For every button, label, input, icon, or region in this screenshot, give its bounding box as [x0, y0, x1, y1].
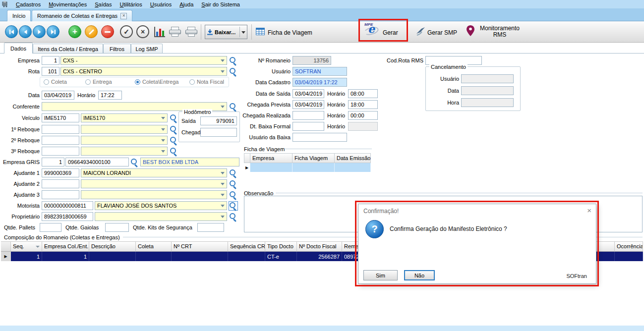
menu-movimentacoes[interactable]: Movimentações	[45, 1, 91, 8]
tab-close-icon[interactable]	[120, 13, 127, 19]
col-tipo-docto[interactable]: Tipo Docto	[265, 241, 297, 252]
reboque1-name-combo[interactable]	[81, 125, 168, 134]
menu-usuarios[interactable]: Usuários	[146, 1, 176, 8]
monitoramento-button[interactable]	[467, 25, 474, 38]
monitoramento-label[interactable]: Monitoramento RMS	[476, 25, 524, 38]
nav-first-button[interactable]	[5, 25, 18, 38]
veiculo-name-combo[interactable]: IME5170	[81, 113, 168, 122]
col-descricao[interactable]: Descrição	[89, 241, 136, 252]
radio-coleta[interactable]: Coleta	[44, 79, 67, 85]
qtde-pallets-field[interactable]	[40, 223, 61, 232]
gerar-smp-button[interactable]	[415, 27, 425, 37]
ajudante3-name-combo[interactable]	[81, 190, 227, 199]
baixar-button[interactable]: Baixar...	[205, 25, 247, 39]
nav-next-button[interactable]	[33, 25, 46, 38]
reboque2-name-combo[interactable]	[81, 136, 168, 145]
empresa-gris-code-field[interactable]: 1	[42, 158, 64, 166]
gerar-smp-label[interactable]: Gerar SMP	[427, 29, 457, 36]
motorista-name-combo[interactable]: FLAVIANO JOSÉ DOS SANTOS	[95, 201, 227, 210]
tab-filtros[interactable]: Filtros	[103, 44, 131, 54]
ficha-viagem-button[interactable]	[256, 28, 265, 36]
reboque3-name-combo[interactable]	[81, 147, 168, 156]
filter-icon[interactable]	[36, 246, 40, 248]
reboque2-code-field[interactable]	[42, 136, 79, 145]
sim-button[interactable]: Sim	[363, 270, 398, 280]
tab-log-smp[interactable]: Log SMP	[131, 44, 163, 54]
chegada-realizada-horario-field[interactable]: 00:00	[348, 111, 378, 120]
veiculo-search-icon[interactable]	[170, 114, 178, 122]
col-crt[interactable]: Nº CRT	[172, 241, 228, 252]
cancel-button[interactable]	[136, 25, 149, 38]
chegada-realizada-field[interactable]	[293, 111, 324, 120]
ajudante2-code-field[interactable]	[42, 179, 79, 188]
proprietario-name-combo[interactable]	[95, 212, 227, 221]
close-icon[interactable]	[587, 206, 591, 215]
menu-saidas[interactable]: Saídas	[91, 1, 116, 8]
ajudante1-search-icon[interactable]	[229, 169, 237, 177]
data-saida-field[interactable]: 03/04/2019	[293, 89, 324, 98]
chegada-prevista-horario-field[interactable]: 18:00	[348, 100, 378, 109]
col-ocorrencia[interactable]: Ocorrência	[615, 241, 643, 252]
ficha-col-empresa[interactable]: Empresa	[250, 153, 293, 163]
proprietario-search-icon[interactable]	[229, 213, 237, 221]
reboque3-search-icon[interactable]	[170, 147, 178, 156]
ajudante1-code-field[interactable]: 999000369	[42, 168, 79, 177]
chart-button[interactable]	[154, 27, 165, 37]
empresa-gris-search-icon[interactable]	[130, 158, 139, 166]
usuario-baixa-field[interactable]	[293, 133, 347, 142]
col-seq-crt[interactable]: Sequência CRT	[228, 241, 265, 252]
empresa-gris-name-field[interactable]: BEST BOX EMB LTDA	[140, 158, 239, 166]
gerar-label[interactable]: Gerar	[383, 29, 398, 36]
gerar-button[interactable]	[363, 23, 380, 38]
edit-button[interactable]	[85, 25, 98, 38]
motorista-code-field[interactable]: 00000000000811	[42, 201, 93, 210]
radio-coleta-entrega[interactable]: Coleta\Entrega	[135, 79, 178, 85]
ajudante3-search-icon[interactable]	[229, 191, 237, 199]
ajudante3-code-field[interactable]	[42, 190, 79, 199]
qtde-gaiolas-field[interactable]	[105, 223, 129, 232]
ficha-viagem-label[interactable]: Ficha de Viagem	[268, 29, 312, 36]
ficha-col-ficha[interactable]: Ficha Viagem	[293, 153, 335, 163]
nav-last-button[interactable]	[47, 25, 59, 38]
col-empresa[interactable]: Empresa Col./Ent.	[42, 241, 89, 252]
reboque3-code-field[interactable]	[42, 147, 79, 156]
veiculo-code-field[interactable]: IME5170	[42, 113, 79, 122]
radio-entrega[interactable]: Entrega	[85, 79, 112, 85]
ajudante2-search-icon[interactable]	[229, 180, 237, 188]
col-seq[interactable]: Seq.	[11, 241, 42, 252]
menu-cadastros[interactable]: Cadastros	[12, 1, 45, 8]
ajudante1-name-combo[interactable]: MAICON LORANDI	[81, 168, 227, 177]
tab-inicio[interactable]: Início	[7, 10, 31, 21]
nav-prev-button[interactable]	[19, 25, 32, 38]
data-horario-field[interactable]: 17:22	[98, 91, 122, 100]
add-button[interactable]	[68, 25, 81, 38]
data-saida-horario-field[interactable]: 08:00	[348, 89, 378, 98]
ajudante2-name-combo[interactable]	[81, 179, 227, 188]
empresa-name-combo[interactable]: CXS -	[60, 56, 227, 65]
tab-dados[interactable]: Dados	[4, 43, 33, 54]
empresa-code-field[interactable]: 1	[42, 56, 59, 65]
dt-baixa-field[interactable]	[293, 122, 324, 131]
reboque1-code-field[interactable]	[42, 125, 79, 134]
confirm-button[interactable]	[120, 25, 133, 38]
data-field[interactable]: 03/04/2019	[42, 91, 74, 100]
delete-button[interactable]	[101, 25, 114, 38]
col-coleta[interactable]: Coleta	[136, 241, 172, 252]
print-button[interactable]	[169, 27, 181, 37]
menu-utilitarios[interactable]: Utilitários	[116, 1, 146, 8]
print-preview-button[interactable]	[185, 27, 197, 37]
menu-ajuda[interactable]: Ajuda	[176, 1, 197, 8]
app-icon[interactable]	[2, 1, 10, 8]
ficha-col-data-emissao[interactable]: Data Emissão	[335, 153, 371, 163]
empresa-gris-cnpj-field[interactable]: 09664934000100	[65, 158, 129, 166]
motorista-search-icon[interactable]	[229, 202, 237, 210]
ficha-viagem-row[interactable]	[244, 163, 371, 172]
proprietario-code-field[interactable]: 89823918000659	[42, 212, 93, 221]
rota-name-combo[interactable]: CXS - CENTRO	[60, 67, 227, 76]
radio-nota-fiscal[interactable]: Nota Fiscal	[189, 79, 224, 85]
nao-button[interactable]: Não	[404, 270, 435, 280]
tab-itens[interactable]: Itens da Coleta / Entrega	[33, 44, 103, 54]
chegada-prevista-field[interactable]: 03/04/2019	[293, 100, 324, 109]
qtde-kits-field[interactable]	[197, 223, 224, 232]
col-n-docto[interactable]: Nº Docto Fiscal	[297, 241, 342, 252]
